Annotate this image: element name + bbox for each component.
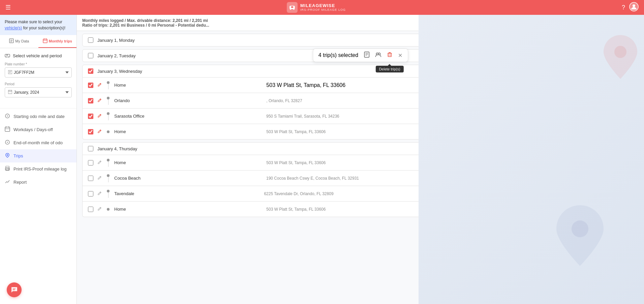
sidebar: Please make sure to select your vehicle(… [0, 15, 77, 304]
stats-value2: 2,201 mi Business / 0 mi Personal - Pote… [110, 23, 209, 28]
svg-point-62 [572, 220, 588, 237]
trip-name-jan3-t1: Home [114, 83, 262, 88]
day-checkbox-jan3[interactable] [88, 68, 93, 74]
trip-checkbox-jan3-t4[interactable] [88, 129, 93, 134]
odo-icon [5, 113, 10, 120]
tab-monthly-trips[interactable]: Monthly trips [38, 35, 77, 48]
end-odo-icon [5, 140, 10, 146]
stats-label2: Ratio of trips: [82, 23, 109, 28]
selection-count: 4 trip(s) selected [318, 52, 358, 58]
trip-location-jan3-t1: Home [114, 83, 262, 88]
sidebar-notice: Please make sure to select your vehicle(… [0, 15, 76, 35]
plate-select[interactable]: JGF7FF2M [5, 67, 72, 78]
plate-label: Plate number * [5, 62, 72, 66]
svg-point-33 [7, 154, 8, 156]
svg-point-5 [633, 4, 635, 7]
chat-button[interactable] [7, 282, 22, 297]
trip-connector [106, 208, 110, 211]
stats-value1: 2,201 mi / 2,201 mi [173, 18, 208, 23]
delete-icon[interactable] [387, 53, 393, 59]
user-button[interactable] [629, 2, 639, 13]
help-button[interactable]: ? [622, 4, 625, 11]
edit-icon-jan3-t3[interactable] [97, 113, 102, 119]
day-checkbox-jan4[interactable] [88, 146, 93, 151]
workdays-label: Workdays / Days-off [13, 127, 53, 132]
edit-icon-jan3-t1[interactable] [97, 82, 102, 88]
trip-location-jan3-t4: Home [114, 129, 262, 134]
period-icon [8, 90, 12, 95]
group-icon[interactable] [375, 52, 381, 59]
vehicle-link[interactable]: vehicle(s) [5, 26, 22, 30]
edit-icon-jan4-t2[interactable] [97, 175, 102, 181]
workdays-icon [5, 126, 10, 133]
period-select[interactable]: January, 2024 [5, 87, 72, 97]
day-checkbox-jan2[interactable] [88, 53, 93, 58]
period-label: Period [5, 82, 72, 86]
trip-location-jan4-t1: Home [114, 160, 262, 165]
svg-point-63 [614, 46, 626, 58]
trip-checkbox-jan3-t1[interactable] [88, 83, 93, 88]
svg-point-2 [293, 8, 295, 10]
edit-icon-jan3-t2[interactable] [97, 98, 102, 103]
trip-checkbox-jan3-t2[interactable] [88, 98, 93, 103]
tab-my-data-label: My Data [15, 39, 29, 43]
day-checkbox-jan1[interactable] [88, 37, 93, 43]
trip-location-jan3-t2: Orlando [114, 98, 262, 103]
report-label: Report [13, 180, 27, 185]
sidebar-item-starting-odo[interactable]: Starting odo mile and date [0, 110, 76, 123]
trip-checkbox-jan4-t3[interactable] [88, 191, 93, 196]
edit-icon-jan4-t1[interactable] [97, 160, 102, 165]
sidebar-item-report[interactable]: Report [0, 176, 76, 189]
sidebar-item-end-odo[interactable]: End-of-month mile of odo [0, 136, 76, 149]
app-name: MILEAGEWISE [300, 3, 346, 8]
monthly-trips-icon [43, 38, 48, 44]
svg-point-49 [376, 53, 378, 55]
selection-bar: 4 trip(s) selected Delete trip(s) ✕ [313, 49, 408, 62]
svg-rect-10 [43, 39, 47, 43]
trip-connector [106, 190, 110, 198]
svg-point-37 [8, 169, 9, 169]
svg-rect-18 [8, 70, 12, 74]
edit-icon-jan3-t4[interactable] [97, 129, 102, 134]
trip-name-jan3-t4: Home [114, 129, 262, 134]
trip-checkbox-jan4-t4[interactable] [88, 207, 93, 212]
edit-icon-jan4-t3[interactable] [97, 191, 102, 196]
trip-checkbox-jan4-t1[interactable] [88, 160, 93, 165]
trip-checkbox-jan3-t3[interactable] [88, 114, 93, 119]
sidebar-item-trips[interactable]: Trips [0, 149, 76, 162]
svg-rect-3 [291, 6, 293, 8]
stats-label1: Monthly miles logged / Max. drivable dis… [82, 18, 172, 23]
map-pin-small [604, 35, 637, 87]
svg-point-50 [378, 53, 380, 55]
hamburger-button[interactable]: ☰ [5, 4, 11, 11]
my-data-icon [9, 38, 14, 44]
svg-point-26 [7, 116, 8, 117]
svg-point-16 [8, 57, 9, 58]
print-label: Print IRS-Proof mileage log [13, 166, 67, 172]
edit-icon-jan4-t4[interactable] [97, 206, 102, 212]
trip-location-jan3-t3: Sarasota Office [114, 114, 262, 119]
trip-name-jan4-t4: Home [114, 207, 262, 212]
app-subtitle: IRS-PROOF MILEAGE LOG [300, 8, 346, 11]
svg-rect-17 [6, 55, 8, 56]
close-selection-button[interactable]: ✕ [398, 52, 402, 59]
trip-connector [106, 130, 110, 133]
map-background [419, 15, 644, 304]
trip-name-jan4-t1: Home [114, 160, 262, 165]
tab-monthly-trips-label: Monthly trips [49, 39, 72, 43]
trip-checkbox-jan4-t2[interactable] [88, 176, 93, 181]
trip-location-jan4-t3: Tavendale [114, 191, 260, 196]
tab-my-data[interactable]: My Data [0, 35, 38, 48]
map-pin-large [556, 205, 604, 277]
sidebar-item-workdays[interactable]: Workdays / Days-off [0, 123, 76, 136]
sidebar-item-print[interactable]: Print IRS-Proof mileage log [0, 162, 76, 176]
vehicle-section: Select vehicle and period Plate number *… [0, 48, 76, 107]
svg-point-15 [6, 57, 7, 58]
svg-rect-27 [5, 127, 10, 131]
trips-icon [5, 153, 10, 159]
book-icon[interactable] [364, 52, 370, 59]
toolbar-info: Monthly miles logged / Max. drivable dis… [82, 18, 209, 28]
app-header: ☰ MILEAGEWISE IRS-PROOF MILEAGE LOG ? [0, 0, 644, 15]
sidebar-tabs: My Data Monthly trips [0, 35, 76, 48]
trip-connector [106, 81, 110, 89]
